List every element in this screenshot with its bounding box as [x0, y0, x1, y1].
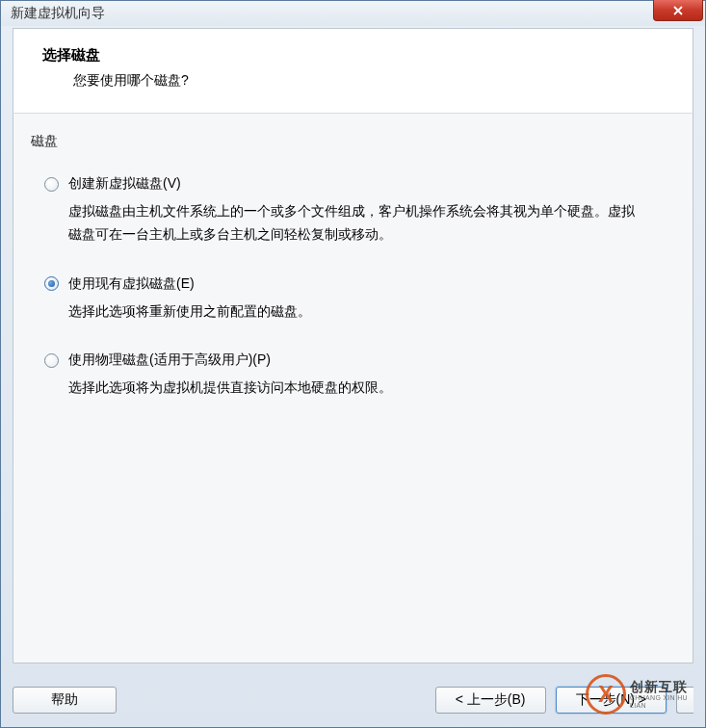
radio-use-existing-disk[interactable]: 使用现有虚拟磁盘(E) [44, 275, 675, 293]
wizard-content: 磁盘 创建新虚拟磁盘(V) 虚拟磁盘由主机文件系统上的一个或多个文件组成，客户机… [13, 113, 693, 663]
radio-create-new-disk[interactable]: 创建新虚拟磁盘(V) [44, 175, 675, 193]
next-button[interactable]: 下一步(N) > [556, 687, 667, 714]
help-button[interactable]: 帮助 [13, 687, 117, 714]
nav-buttons: < 上一步(B) 下一步(N) > [435, 687, 693, 714]
radio-icon [44, 276, 59, 291]
radio-description: 选择此选项将重新使用之前配置的磁盘。 [68, 300, 646, 324]
page-subtitle: 您要使用哪个磁盘? [73, 72, 664, 90]
radio-option-use-existing: 使用现有虚拟磁盘(E) 选择此选项将重新使用之前配置的磁盘。 [31, 275, 675, 324]
radio-description: 选择此选项将为虚拟机提供直接访问本地硬盘的权限。 [68, 377, 646, 400]
wizard-window: 新建虚拟机向导 选择磁盘 您要使用哪个磁盘? 磁盘 创建新虚拟磁盘(V) 虚拟磁… [0, 0, 706, 728]
radio-option-create-new: 创建新虚拟磁盘(V) 虚拟磁盘由主机文件系统上的一个或多个文件组成，客户机操作系… [31, 175, 675, 247]
cancel-button-partial[interactable] [676, 687, 693, 714]
radio-icon [44, 177, 59, 192]
close-icon [672, 5, 684, 16]
close-button[interactable] [653, 0, 703, 21]
wizard-footer: 帮助 < 上一步(B) 下一步(N) > [13, 687, 693, 714]
radio-icon [44, 353, 59, 368]
window-title: 新建虚拟机向导 [11, 5, 105, 22]
radio-description: 虚拟磁盘由主机文件系统上的一个或多个文件组成，客户机操作系统会将其视为单个硬盘。… [68, 200, 646, 247]
radio-use-physical-disk[interactable]: 使用物理磁盘(适用于高级用户)(P) [44, 351, 675, 369]
back-button[interactable]: < 上一步(B) [435, 687, 546, 714]
radio-label: 创建新虚拟磁盘(V) [68, 175, 181, 193]
page-title: 选择磁盘 [42, 46, 664, 65]
radio-option-use-physical: 使用物理磁盘(适用于高级用户)(P) 选择此选项将为虚拟机提供直接访问本地硬盘的… [31, 351, 675, 400]
wizard-header: 选择磁盘 您要使用哪个磁盘? [13, 28, 693, 113]
radio-label: 使用现有虚拟磁盘(E) [68, 275, 195, 293]
group-label: 磁盘 [31, 133, 675, 150]
titlebar: 新建虚拟机向导 [1, 1, 705, 26]
radio-label: 使用物理磁盘(适用于高级用户)(P) [68, 351, 271, 369]
